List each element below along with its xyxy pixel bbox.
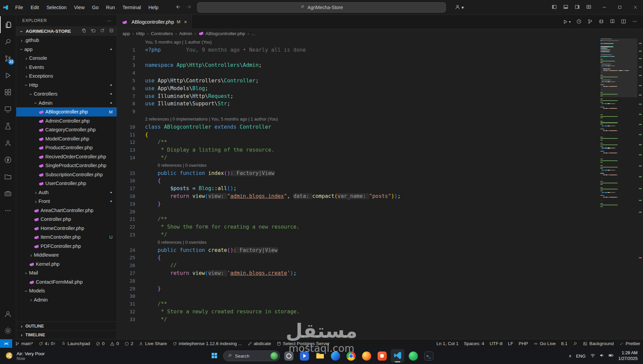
- status-intelephense-status[interactable]: intelephense 1.12.6 indexing ...: [170, 339, 245, 348]
- explorer-more-icon[interactable]: ⋯: [107, 18, 111, 23]
- split-editor-icon[interactable]: [621, 19, 626, 25]
- document-link[interactable]: admin.blogs.index: [230, 193, 284, 199]
- activity-containers[interactable]: [0, 185, 16, 202]
- file-pdfcontroller.php[interactable]: PDFController.php: [16, 242, 117, 251]
- file-itemcontroller.php[interactable]: ItemController.phpU: [16, 233, 117, 242]
- activity-run-and-debug[interactable]: [0, 67, 16, 84]
- overview-ruler[interactable]: [637, 38, 643, 339]
- folder-console[interactable]: ›Console: [16, 54, 117, 63]
- activity-project-manager[interactable]: [0, 168, 16, 185]
- breadcrumb-item-controllers[interactable]: Controllers: [151, 31, 173, 36]
- folder-.github[interactable]: ›.github: [16, 36, 117, 45]
- command-center-search[interactable]: AgriMecha-Store: [197, 2, 446, 12]
- activity-accounts[interactable]: [0, 305, 16, 322]
- menu-go[interactable]: Go: [88, 2, 102, 12]
- code-editor[interactable]: You, 5 months ago | 1 author (You)1<?php…: [117, 38, 643, 339]
- menu-selection[interactable]: Selection: [43, 2, 70, 12]
- menu-view[interactable]: View: [70, 2, 88, 12]
- file-contactformmail.php[interactable]: ContactFormMail.php: [16, 278, 117, 287]
- tray-chevron-up-icon[interactable]: ∧: [569, 354, 572, 358]
- status-prettier[interactable]: Prettier: [616, 339, 643, 348]
- activity-live-share[interactable]: [0, 134, 16, 151]
- status-encoding[interactable]: UTF-8: [487, 339, 505, 348]
- tab-ablogcontroller[interactable]: ABlogcontroller.php M ×: [117, 15, 192, 29]
- minimap[interactable]: [600, 38, 637, 339]
- status-git-branch[interactable]: main*: [12, 339, 36, 348]
- folder-front[interactable]: ›Front•: [16, 197, 117, 206]
- activity-source-control[interactable]: 22: [0, 50, 16, 67]
- taskbar-chrome-browser-icon[interactable]: [344, 349, 358, 363]
- codelens[interactable]: 2 references | 0 implementations | You, …: [117, 115, 599, 123]
- status-go-live[interactable]: Go Live: [531, 339, 558, 348]
- folder-http[interactable]: ›Http•: [16, 81, 117, 90]
- menu-run[interactable]: Run: [102, 2, 119, 12]
- file-usercontroller.php[interactable]: UserController.php: [16, 179, 117, 188]
- language-indicator[interactable]: ENG: [576, 354, 586, 359]
- folder-auth[interactable]: ›Auth•: [16, 188, 117, 197]
- status-indentation[interactable]: Spaces: 4: [461, 339, 487, 348]
- activity-thunder-client[interactable]: [0, 151, 16, 168]
- menu-terminal[interactable]: Terminal: [119, 2, 145, 12]
- file-recivedordercontroller.php[interactable]: RecivedOrderController.php: [16, 152, 117, 161]
- status-background-extension[interactable]: Background: [580, 339, 616, 348]
- file-controller.php[interactable]: Controller.php: [16, 215, 117, 224]
- status-live-share[interactable]: Live Share: [136, 339, 170, 348]
- file-ablogcontroller.php[interactable]: ABlogcontroller.phpM: [16, 107, 117, 116]
- folder-mail[interactable]: ›Mail: [16, 268, 117, 278]
- activity-remote-explorer[interactable]: [0, 101, 16, 118]
- folder-exceptions[interactable]: ›Exceptions: [16, 72, 117, 81]
- refresh-explorer-icon[interactable]: [100, 28, 105, 34]
- taskbar-orange-app-icon[interactable]: [375, 349, 389, 363]
- weather-widget[interactable]: Air: Very Poor Now: [0, 351, 45, 361]
- status-language-mode[interactable]: PHP: [516, 339, 531, 348]
- open-preview-icon[interactable]: [610, 19, 615, 25]
- taskbar-green-app-icon[interactable]: [406, 349, 420, 363]
- wifi-icon[interactable]: [590, 353, 596, 359]
- file-categorycontroller.php[interactable]: CategoryController.php: [16, 125, 117, 134]
- timeline-history-icon[interactable]: [576, 19, 582, 25]
- folder-models[interactable]: ›Models: [16, 286, 117, 295]
- toggle-secondary-sidebar-icon[interactable]: [574, 4, 580, 11]
- activity-testing[interactable]: [0, 118, 16, 134]
- breadcrumb-item-app[interactable]: app: [122, 31, 130, 36]
- breadcrumb-item-admin[interactable]: Admin: [179, 31, 192, 36]
- status-postgres-server[interactable]: Select Postgres Server: [274, 339, 332, 348]
- maximize-button[interactable]: [612, 0, 627, 15]
- compare-changes-icon[interactable]: [598, 19, 604, 25]
- codelens[interactable]: 0 references | 0 overrides: [117, 239, 599, 246]
- forward-arrow-icon[interactable]: [186, 4, 192, 11]
- git-actions-icon[interactable]: [587, 19, 593, 25]
- minimap-slider[interactable]: [600, 38, 637, 97]
- taskbar-file-explorer-icon[interactable]: [313, 349, 327, 363]
- file-areachartcontroller.php[interactable]: AreaChartController.php: [16, 206, 117, 215]
- status-eol[interactable]: LF: [505, 339, 516, 348]
- menu-file[interactable]: File: [11, 2, 27, 12]
- status-spell-checker[interactable]: abdicate: [245, 339, 274, 348]
- code-content[interactable]: You, 5 months ago | 1 author (You)1<?php…: [117, 38, 599, 323]
- toggle-panel-icon[interactable]: [563, 4, 569, 11]
- file-admincontroller.php[interactable]: AdminController.php: [16, 116, 117, 126]
- more-actions-icon[interactable]: [632, 19, 638, 25]
- activity-explorer[interactable]: [0, 16, 16, 33]
- status-background-tasks[interactable]: 2: [122, 339, 136, 348]
- menu-edit[interactable]: Edit: [27, 2, 43, 12]
- folder-app[interactable]: ›app•: [16, 45, 117, 54]
- file-subscriptioncontroller.php[interactable]: SubscriptionController.php: [16, 170, 117, 179]
- folder-admin[interactable]: ›Admin: [16, 295, 117, 305]
- volume-icon[interactable]: [599, 353, 605, 359]
- file-kernel.php[interactable]: Kernel.php: [16, 260, 117, 269]
- new-folder-icon[interactable]: [91, 28, 96, 34]
- status-php-version[interactable]: 8.1: [558, 339, 570, 348]
- activity-settings[interactable]: [0, 322, 16, 339]
- document-link[interactable]: admin.blogs.create: [230, 270, 287, 276]
- folder-events[interactable]: ›Events: [16, 63, 117, 72]
- codelens[interactable]: 0 references | 0 overrides: [117, 162, 599, 170]
- breadcrumb-item-ablogcontroller.php[interactable]: ABlogcontroller.php: [198, 30, 245, 37]
- file-productcontroller.php[interactable]: ProductController.php: [16, 143, 117, 152]
- clock[interactable]: 1:28 AM 1/27/2025: [618, 350, 638, 361]
- menu-help[interactable]: Help: [145, 2, 162, 12]
- taskbar-media-app-icon[interactable]: [297, 349, 311, 363]
- codelens[interactable]: You, 5 months ago | 1 author (You): [117, 38, 599, 46]
- section-timeline[interactable]: ›TIMELINE: [16, 330, 117, 339]
- activity-additional-views[interactable]: [0, 202, 16, 219]
